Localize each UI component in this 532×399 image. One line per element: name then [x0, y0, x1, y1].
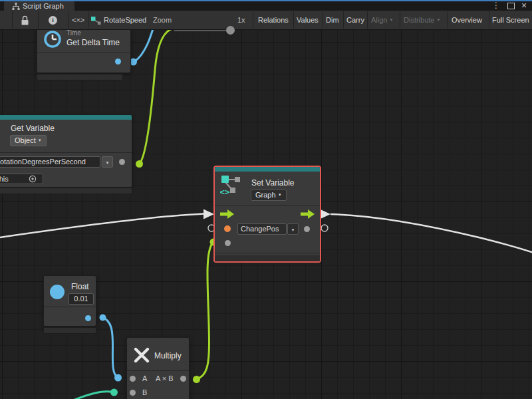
fullscreen-button[interactable]: Full Screen: [492, 16, 529, 24]
variable-scope-dropdown[interactable]: Object ▼: [10, 135, 47, 146]
variable-header-strip: [0, 115, 132, 120]
maximize-icon[interactable]: [505, 3, 516, 13]
selection-outline: <> Set Variable Graph ▼ ChangePos ▼: [213, 166, 321, 263]
flow-connection-right[interactable]: [321, 209, 532, 253]
value-input-port[interactable]: [224, 225, 231, 232]
chevron-down-icon: ▼: [390, 18, 394, 22]
script-graph-asset-icon: [91, 16, 101, 25]
values-button[interactable]: Values: [297, 16, 319, 24]
value-connection-float-to-multiply[interactable]: [100, 315, 122, 382]
node-footer: [215, 255, 320, 261]
input-port-a[interactable]: [130, 376, 136, 382]
clock-icon: [43, 29, 63, 49]
chevron-down-icon: ▼: [38, 138, 42, 142]
input-port-b[interactable]: [130, 390, 136, 396]
variable-name-field[interactable]: ChangePos: [237, 223, 287, 235]
multiply-icon: [133, 346, 150, 364]
value-output-port[interactable]: [304, 226, 310, 232]
node-title: Set Variable: [251, 178, 294, 188]
flow-arrow-in: [203, 209, 214, 219]
value-endpoint-circle-right: [321, 225, 328, 231]
node-title: Multiply: [154, 351, 182, 360]
flow-output-port[interactable]: [301, 209, 315, 219]
variable-target-field[interactable]: This: [0, 174, 43, 184]
window-focus-accent: [0, 0, 532, 1]
chevron-down-icon: ▼: [106, 161, 110, 165]
info-icon[interactable]: i: [49, 16, 57, 25]
graph-icon: [12, 3, 20, 10]
chevron-down-icon: ▼: [291, 228, 295, 232]
relations-button[interactable]: Relations: [258, 16, 289, 24]
float-value-field[interactable]: 0.01: [68, 293, 94, 305]
tab-script-graph[interactable]: Script Graph: [4, 1, 74, 11]
output-port[interactable]: [180, 376, 186, 382]
new-value-input-port[interactable]: [225, 240, 231, 246]
zoom-value: 1x: [237, 16, 245, 24]
object-picker-icon[interactable]: [29, 175, 37, 183]
overview-button[interactable]: Overview: [452, 16, 482, 24]
svg-text:<>: <>: [220, 187, 230, 196]
variable-name-dropdown-button[interactable]: ▼: [287, 223, 299, 235]
node-get-variable[interactable]: Get Variable Object ▼ RotationDegreesPer…: [0, 114, 132, 188]
variable-name-dropdown-button[interactable]: ▼: [102, 156, 113, 168]
menu-icon[interactable]: ⋮: [491, 0, 501, 11]
close-icon[interactable]: ×: [519, 0, 529, 11]
node-title: Float: [71, 282, 89, 291]
clear-selection-icon[interactable]: <×>: [72, 16, 84, 24]
float-icon: [50, 285, 65, 299]
align-button[interactable]: Align ▼: [371, 16, 393, 24]
graph-variable-icon: <>: [220, 174, 241, 196]
node-footer: [0, 188, 132, 194]
node-set-variable[interactable]: <> Set Variable Graph ▼ ChangePos ▼: [215, 167, 320, 261]
flow-connection-left[interactable]: [0, 209, 214, 238]
port-label-b: B: [142, 388, 147, 396]
node-footer: [43, 327, 96, 334]
zoom-slider-knob[interactable]: [226, 26, 235, 35]
port-label-out: A × B: [156, 374, 174, 382]
node-float-literal[interactable]: Float 0.01: [43, 275, 96, 327]
node-title: Get Delta Time: [66, 38, 120, 47]
lock-icon[interactable]: [21, 15, 29, 26]
value-connection-rotation-speed[interactable]: [136, 29, 172, 168]
value-output-port[interactable]: [119, 159, 125, 165]
zoom-label: Zoom: [153, 16, 172, 24]
variable-header-strip: [215, 167, 320, 172]
distribute-button[interactable]: Distribute ▼: [404, 16, 440, 24]
port-label-a: A: [142, 374, 147, 382]
node-footer: [37, 74, 123, 80]
zoom-slider-track[interactable]: [174, 30, 227, 31]
variable-scope-dropdown[interactable]: Graph ▼: [251, 190, 287, 201]
float-output-port[interactable]: [115, 59, 121, 65]
node-title: Get Variable: [11, 124, 55, 133]
dim-button[interactable]: Dim: [326, 16, 339, 24]
variable-name-field[interactable]: RotationDegreesPerSecond: [0, 156, 100, 168]
value-connection-to-multiply-b[interactable]: [73, 389, 118, 399]
flow-input-port[interactable]: [220, 209, 234, 219]
unity-visual-scripting-window: Time Get Delta Time Get Variable Object …: [0, 0, 532, 399]
chevron-down-icon: ▼: [437, 18, 441, 22]
float-output-port[interactable]: [85, 315, 91, 321]
flow-arrow-out: [321, 209, 331, 219]
carry-button[interactable]: Carry: [346, 16, 364, 24]
tab-strip: [0, 0, 532, 11]
node-multiply[interactable]: Multiply A A × B B: [126, 337, 190, 399]
graph-toolbar: i <×> RotateSpeed Zoom 1x Relations Valu…: [0, 11, 532, 30]
node-category: Time: [66, 29, 81, 37]
chevron-down-icon: ▼: [278, 193, 282, 197]
value-connection-delta-time[interactable]: [130, 28, 154, 66]
breadcrumb-graph-name[interactable]: RotateSpeed: [104, 16, 146, 24]
tab-title: Script Graph: [23, 2, 64, 10]
